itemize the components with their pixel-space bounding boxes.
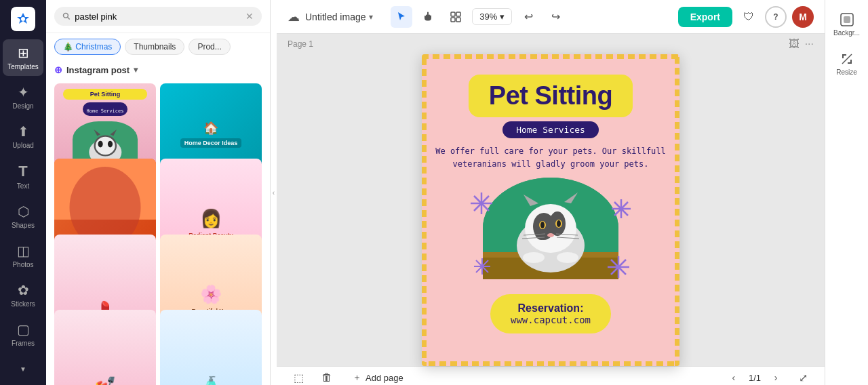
sparkle-icon xyxy=(606,255,631,283)
main-area: ☁ Untitled image ▾ xyxy=(277,0,825,385)
category-chevron-icon: ▾ xyxy=(134,65,138,75)
undo-button[interactable]: ↩ xyxy=(517,6,539,28)
svg-point-1 xyxy=(64,13,68,18)
sidebar: ⊞ Templates ✦ Design ⬆ Upload T Text ⬡ S… xyxy=(0,0,46,385)
category-icon: ⊕ xyxy=(54,64,62,75)
poster-title-wrap: Pet Sitting xyxy=(469,75,633,117)
shield-button[interactable]: 🛡 xyxy=(738,6,760,28)
sidebar-item-stickers[interactable]: ✿ Stickers xyxy=(3,277,43,313)
canvas-top-bar: Page 1 🖼 ··· xyxy=(277,34,825,54)
page-thumbnail-button[interactable]: ⬚ xyxy=(288,367,309,385)
sidebar-item-frames[interactable]: ▢ Frames xyxy=(3,316,43,352)
template-card[interactable]: 💅 Unleash Your Beauty xyxy=(54,310,156,385)
cursor-icon xyxy=(396,12,407,22)
reservation-url: www.capcut.com xyxy=(511,315,591,325)
desc-line2: veteranians will gladly groom your pets. xyxy=(453,159,649,169)
category-header[interactable]: ⊕ Instagram post ▾ xyxy=(46,60,270,79)
svg-point-42 xyxy=(540,222,545,228)
export-button[interactable]: Export xyxy=(678,7,732,27)
poster-title: Pet Sitting xyxy=(489,81,612,110)
sidebar-item-photos[interactable]: ◫ Photos xyxy=(3,237,43,274)
search-clear-icon[interactable]: ✕ xyxy=(245,11,254,22)
sidebar-item-label: Shapes xyxy=(12,222,35,229)
sidebar-item-label: Stickers xyxy=(11,300,35,308)
svg-point-40 xyxy=(547,233,554,237)
more-options-icon[interactable]: ··· xyxy=(805,38,814,50)
svg-point-6 xyxy=(98,141,102,148)
toolbar-center: 39% ▾ ↩ ↪ xyxy=(391,6,566,28)
svg-rect-10 xyxy=(451,12,455,16)
filter-tab-thumbnails[interactable]: Thumbnails xyxy=(125,39,184,55)
prev-page-button[interactable]: ‹ xyxy=(724,368,743,385)
svg-point-7 xyxy=(108,141,113,148)
resize-button[interactable]: Resize xyxy=(828,46,866,81)
search-input[interactable] xyxy=(75,12,241,22)
svg-line-2 xyxy=(68,18,70,20)
sidebar-item-label: Design xyxy=(12,102,33,110)
svg-rect-54 xyxy=(844,16,850,23)
zoom-control[interactable]: 39% ▾ xyxy=(472,8,512,25)
avatar[interactable]: M xyxy=(792,6,814,28)
design-canvas[interactable]: Pet Sitting Home Services We offer full … xyxy=(422,54,679,366)
background-label: Backgr... xyxy=(833,29,860,37)
sidebar-collapse[interactable]: ▼ xyxy=(3,360,43,378)
doc-title-wrap[interactable]: Untitled image ▾ xyxy=(305,12,373,22)
photos-icon: ◫ xyxy=(17,243,30,259)
doc-title: Untitled image xyxy=(305,12,366,22)
filter-tabs: 🎄 Christmas Thumbnails Prod... xyxy=(46,33,270,60)
next-page-button[interactable]: › xyxy=(766,368,785,385)
page-nav: ‹ 1/1 › xyxy=(724,368,785,385)
filter-tab-product[interactable]: Prod... xyxy=(189,39,230,55)
fullscreen-button[interactable]: ⤢ xyxy=(792,367,814,385)
search-icon xyxy=(62,12,71,21)
search-input-wrap[interactable]: ✕ xyxy=(54,7,262,26)
redo-button[interactable]: ↪ xyxy=(545,6,566,28)
collapse-arrow-icon: ‹ xyxy=(273,189,275,197)
svg-marker-9 xyxy=(110,129,117,136)
layout-tool-button[interactable] xyxy=(445,6,467,28)
canvas-viewport: Pet Sitting Home Services We offer full … xyxy=(277,54,825,366)
add-page-icon: ＋ xyxy=(353,371,361,384)
svg-marker-8 xyxy=(94,129,100,136)
canvas-top-right: 🖼 ··· xyxy=(789,38,814,50)
delete-button[interactable]: 🗑 xyxy=(316,367,338,385)
toolbar: ☁ Untitled image ▾ xyxy=(277,0,825,34)
background-button[interactable]: Backgr... xyxy=(828,7,866,42)
hand-tool-button[interactable] xyxy=(418,6,439,28)
toolbar-right: Export 🛡 ? M xyxy=(678,6,814,28)
desc-line1: We offer full care for your pets. Our sk… xyxy=(435,146,666,156)
filter-tab-christmas[interactable]: 🎄 Christmas xyxy=(54,39,121,55)
sparkle-icon xyxy=(469,191,494,219)
resize-label: Resize xyxy=(836,68,857,76)
page-thumbnail-icon[interactable]: 🖼 xyxy=(789,38,800,50)
select-tool-button[interactable] xyxy=(391,6,412,28)
stickers-icon: ✿ xyxy=(18,282,29,298)
background-icon xyxy=(840,12,854,27)
sidebar-item-upload[interactable]: ⬆ Upload xyxy=(3,118,43,155)
zoom-value: 39% xyxy=(479,12,497,22)
category-label: Instagram post xyxy=(66,65,130,75)
templates-panel: ✕ 🎄 Christmas Thumbnails Prod... ⊕ Insta… xyxy=(46,0,270,385)
right-panel: Backgr... Resize xyxy=(825,0,868,385)
add-page-button[interactable]: ＋ Add page xyxy=(344,367,412,385)
templates-grid: Pet Sitting Home Services Reserva xyxy=(46,79,270,385)
sidebar-item-shapes[interactable]: ⬡ Shapes xyxy=(3,198,43,235)
doc-chevron-icon: ▾ xyxy=(369,12,373,22)
sparkle-icon xyxy=(610,198,632,223)
text-icon: T xyxy=(18,163,27,180)
layout-icon xyxy=(450,12,461,22)
svg-rect-13 xyxy=(456,18,460,22)
home-services-badge: Home Services xyxy=(502,121,599,138)
app-logo[interactable] xyxy=(11,7,35,31)
page-label: Page 1 xyxy=(288,39,313,49)
sidebar-item-templates[interactable]: ⊞ Templates xyxy=(3,39,43,76)
sidebar-item-design[interactable]: ✦ Design xyxy=(3,79,43,115)
panel-collapse-handle[interactable]: ‹ xyxy=(270,0,277,385)
help-button[interactable]: ? xyxy=(765,6,787,28)
page-counter: 1/1 xyxy=(749,373,761,383)
svg-point-51 xyxy=(523,252,545,263)
resize-icon xyxy=(840,52,854,66)
add-page-label: Add page xyxy=(366,373,403,383)
template-card[interactable]: 🧴 Refresh Your Skin xyxy=(160,310,262,385)
sidebar-item-text[interactable]: T Text xyxy=(3,157,43,195)
